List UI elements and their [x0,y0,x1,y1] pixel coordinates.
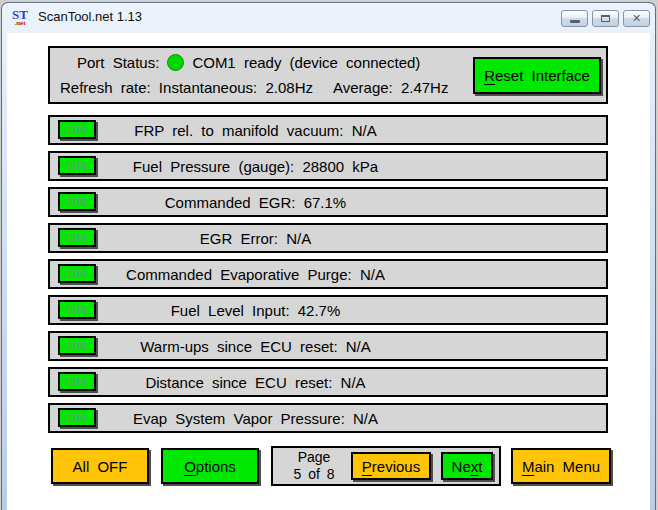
page-word: Page [279,449,349,466]
page-value: 5 of 8 [279,466,349,483]
port-status-value: COM1 ready (device connected) [192,54,420,71]
sensor-row: ON Fuel Level Input: 42.7% [48,295,608,325]
sensor-label: EGR Error: N/A [50,225,461,251]
next-label: Next [452,458,483,475]
app-logo-icon: ST .net [9,7,31,29]
sensor-row: ON Warm-ups since ECU reset: N/A [48,331,608,361]
sensor-label: Commanded EGR: 67.1% [50,189,461,215]
main-menu-label: Main Menu [522,458,600,475]
options-button[interactable]: Options [161,448,259,484]
close-icon: ✕ [632,13,641,24]
sensor-row: ON EGR Error: N/A [48,223,608,253]
refresh-rate-label: Refresh rate: Instantaneous: 2.08Hz [60,79,313,96]
sensor-row: ON Commanded Evaporative Purge: N/A [48,259,608,289]
sensor-list: ON FRP rel. to manifold vacuum: N/A ON F… [48,115,608,439]
options-label: Options [184,458,236,475]
average-rate-label: Average: 2.47Hz [333,79,448,96]
port-status-panel: Port Status: COM1 ready (device connecte… [48,46,608,104]
sensor-label: FRP rel. to manifold vacuum: N/A [50,117,461,143]
window-controls: ✕ [561,10,650,27]
sensor-row: ON Commanded EGR: 67.1% [48,187,608,217]
main-menu-button[interactable]: Main Menu [511,448,611,484]
main-content: Port Status: COM1 ready (device connecte… [7,33,650,510]
sensor-row: ON FRP rel. to manifold vacuum: N/A [48,115,608,145]
sensor-label: Commanded Evaporative Purge: N/A [50,261,461,287]
sensor-label: Evap System Vapor Pressure: N/A [50,405,461,431]
app-window: ST .net ScanTool.net 1.13 ✕ Port Status:… [1,2,656,510]
port-status-line: Port Status: COM1 ready (device connecte… [77,54,420,71]
reset-interface-label: Reset Interface [484,67,590,84]
window-title: ScanTool.net 1.13 [38,9,142,26]
connection-status-icon [167,54,184,71]
sensor-label: Fuel Level Input: 42.7% [50,297,461,323]
close-button[interactable]: ✕ [623,10,650,27]
refresh-rate-line: Refresh rate: Instantaneous: 2.08Hz Aver… [60,79,448,96]
sensor-row: ON Distance since ECU reset: N/A [48,367,608,397]
previous-page-button[interactable]: Previous [351,452,431,480]
minimize-button[interactable] [561,10,588,27]
port-status-label: Port Status: [77,54,159,71]
all-off-label: All OFF [73,458,128,475]
page-navigation-panel: Page 5 of 8 Previous Next [271,446,501,486]
maximize-button[interactable] [592,10,619,27]
sensor-row: ON Fuel Pressure (gauge): 28800 kPa [48,151,608,181]
next-page-button[interactable]: Next [441,452,493,480]
sensor-label: Fuel Pressure (gauge): 28800 kPa [50,153,461,179]
sensor-label: Distance since ECU reset: N/A [50,369,461,395]
minimize-icon [570,20,580,23]
all-off-button[interactable]: All OFF [51,448,149,484]
app-logo-text-bottom: .net [14,20,25,27]
maximize-icon [601,15,610,22]
page-indicator: Page 5 of 8 [279,449,349,483]
sensor-row: ON Evap System Vapor Pressure: N/A [48,403,608,433]
reset-interface-button[interactable]: Reset Interface [473,57,601,94]
title-bar[interactable]: ST .net ScanTool.net 1.13 ✕ [2,3,655,32]
sensor-label: Warm-ups since ECU reset: N/A [50,333,461,359]
previous-label: Previous [362,458,420,475]
